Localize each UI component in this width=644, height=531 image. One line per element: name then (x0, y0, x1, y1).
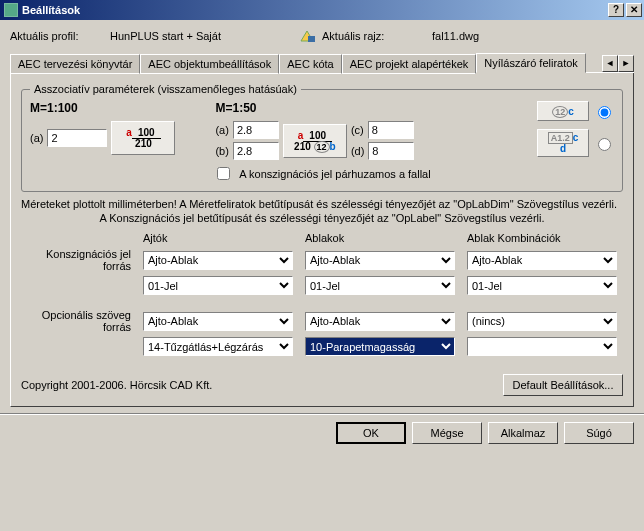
assoc-params-group: Asszociatív paraméterek (visszamenőleges… (21, 83, 623, 192)
input-b-50[interactable] (233, 142, 279, 160)
app-icon (4, 3, 18, 17)
tab-nyilaszaro[interactable]: Nyílászáró feliratok (476, 53, 586, 73)
group-legend: Asszociatív paraméterek (visszamenőleges… (30, 83, 301, 95)
apply-button[interactable]: Alkalmaz (488, 422, 558, 444)
tab-scroll: ◄ ► (602, 55, 634, 72)
dd-opc-ablakok-1[interactable]: Ajto-Ablak (305, 312, 455, 331)
svg-rect-1 (308, 36, 315, 42)
radio-opt-1[interactable] (598, 106, 611, 119)
ok-button[interactable]: OK (336, 422, 406, 444)
copyright: Copyright 2001-2006. Hörcsik CAD Kft. (21, 379, 212, 391)
note-1: Méreteket plottolt milliméterben! A Mére… (21, 198, 623, 210)
help-button-bottom[interactable]: Súgó (564, 422, 634, 444)
current-drawing-value: fal11.dwg (432, 30, 479, 42)
input-a-100[interactable] (47, 129, 107, 147)
cancel-button[interactable]: Mégse (412, 422, 482, 444)
dialog-buttons: OK Mégse Alkalmaz Súgó (0, 413, 644, 454)
close-button[interactable]: ✕ (626, 3, 642, 17)
chk-parallel[interactable] (217, 167, 230, 180)
input-a-50[interactable] (233, 121, 279, 139)
opt-icon-2: A1.2c d (537, 129, 589, 157)
tab-scroll-right[interactable]: ► (618, 55, 634, 72)
dd-kon-kombi-1[interactable]: Ajto-Ablak (467, 251, 617, 270)
label-a-100: (a) (30, 132, 43, 144)
dd-opc-ajtok-1[interactable]: Ajto-Ablak (143, 312, 293, 331)
dd-kon-ajtok-2[interactable]: 01-Jel (143, 276, 293, 295)
tab-aec-objektum[interactable]: AEC objektumbeállítások (140, 54, 279, 74)
defaults-button[interactable]: Default Beállítások... (503, 374, 623, 396)
dd-opc-ablakok-2[interactable]: 10-Parapetmagasság (305, 337, 455, 356)
window-title: Beállítások (22, 4, 606, 16)
dim-icon-50: a100 210 12b (283, 124, 347, 158)
current-drawing-label: Aktuális rajz: (322, 30, 432, 42)
r2-label: Opcionális szöveg forrás (21, 309, 131, 333)
dd-kon-kombi-2[interactable]: 01-Jel (467, 276, 617, 295)
current-profile-label: Aktuális profil: (10, 30, 110, 42)
dd-kon-ablakok-1[interactable]: Ajto-Ablak (305, 251, 455, 270)
radio-opt-2[interactable] (598, 138, 611, 151)
dd-kon-ajtok-1[interactable]: Ajto-Ablak (143, 251, 293, 270)
label-a-50: (a) (215, 124, 228, 136)
drawing-icon (300, 28, 318, 44)
hd-ablakok: Ablakok (305, 232, 455, 244)
dd-opc-ajtok-2[interactable]: 14-Tűzgátlás+Légzárás (143, 337, 293, 356)
col-m100: M=1:100 (a) a100 210 (30, 101, 175, 160)
tab-aec-kota[interactable]: AEC kóta (279, 54, 341, 74)
dim-icon-100: a100 210 (111, 121, 175, 155)
label-d: (d) (351, 145, 364, 157)
source-grid: Ajtók Ablakok Ablak Kombinációk Konszign… (21, 232, 623, 356)
hd-ajtok: Ajtók (143, 232, 293, 244)
label-b-50: (b) (215, 145, 228, 157)
chk-parallel-label: A konszignációs jel párhuzamos a fallal (239, 168, 430, 180)
m100-label: M=1:100 (30, 101, 175, 115)
tab-page: Asszociatív paraméterek (visszamenőleges… (10, 73, 634, 407)
input-d[interactable] (368, 142, 414, 160)
m50-label: M=1:50 (215, 101, 414, 115)
profile-row: Aktuális profil: HunPLUS start + Saját A… (10, 28, 634, 44)
dd-opc-kombi-2[interactable] (467, 337, 617, 356)
titlebar: Beállítások ? ✕ (0, 0, 644, 20)
hd-kombi: Ablak Kombinációk (467, 232, 617, 244)
tab-scroll-left[interactable]: ◄ (602, 55, 618, 72)
input-c[interactable] (368, 121, 414, 139)
tab-aec-projekt[interactable]: AEC projekt alapértékek (342, 54, 477, 74)
note-2: A Konszignációs jel betűtípusát és széle… (21, 212, 623, 224)
dd-kon-ablakok-2[interactable]: 01-Jel (305, 276, 455, 295)
tabs: AEC tervezési könyvtár AEC objektumbeáll… (10, 52, 634, 73)
help-button[interactable]: ? (608, 3, 624, 17)
tab-aec-konyvtar[interactable]: AEC tervezési könyvtár (10, 54, 140, 74)
r1-label: Konszignációs jel forrás (21, 248, 131, 272)
dd-opc-kombi-1[interactable]: (nincs) (467, 312, 617, 331)
label-c: (c) (351, 124, 364, 136)
opt-icon-1: 12c (537, 101, 589, 121)
current-profile-value: HunPLUS start + Saját (110, 30, 300, 42)
radio-options: 12c A1.2c d (537, 101, 614, 160)
col-m50: M=1:50 (a) (b) (215, 101, 414, 160)
